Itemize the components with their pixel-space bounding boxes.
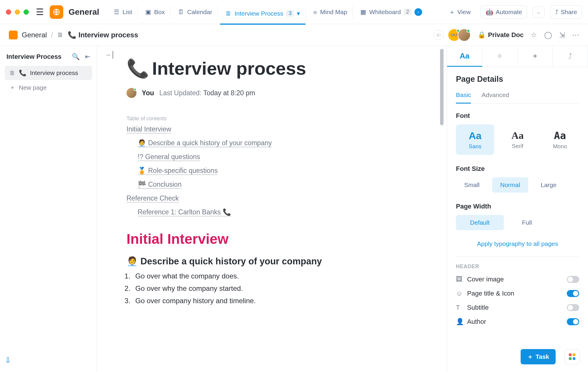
- tab-label: Calendar: [187, 9, 212, 16]
- window-zoom[interactable]: [24, 9, 29, 15]
- label: Private Doc: [488, 31, 524, 39]
- download-icon[interactable]: ⇲: [559, 31, 565, 39]
- width-full[interactable]: Full: [508, 215, 546, 230]
- heading-history[interactable]: 🧑‍💼 Describe a quick history of your com…: [126, 256, 426, 267]
- tab-box[interactable]: ▣ Box: [140, 6, 170, 19]
- doc-sidebar: Interview Process 🔍 ⇤ 🗎 📞 Interview proc…: [0, 46, 97, 372]
- whiteboard-icon: ▦: [360, 9, 366, 16]
- label: Author: [467, 318, 486, 326]
- tab-whiteboard[interactable]: ▦ Whiteboard 2 ›: [355, 5, 427, 19]
- breadcrumb-root-icon[interactable]: [9, 31, 18, 39]
- sidebar-item-interview-process[interactable]: 🗎 📞 Interview process: [5, 66, 92, 80]
- label: Share: [561, 9, 577, 16]
- new-page-button[interactable]: ＋ New page: [5, 80, 92, 95]
- share-button[interactable]: ⤴ Share: [550, 5, 582, 19]
- toc-link[interactable]: !? General questions: [138, 153, 426, 161]
- automate-chevron[interactable]: ⌄: [532, 6, 545, 18]
- breadcrumb-doc[interactable]: 📞 Interview process: [68, 31, 138, 39]
- size-normal[interactable]: Normal: [492, 177, 529, 193]
- chevron-down-icon[interactable]: ▾: [297, 10, 300, 17]
- font-sans[interactable]: AaSans: [456, 124, 494, 155]
- toc-link[interactable]: Reference 1: Carlton Banks 📞: [138, 208, 426, 216]
- title-text: Interview process: [152, 58, 306, 79]
- tab-mind-map[interactable]: ⍟ Mind Map: [308, 6, 353, 19]
- toggle[interactable]: [567, 304, 579, 311]
- automate-button[interactable]: 🤖 Automate: [481, 5, 527, 19]
- user-icon: 👤: [456, 318, 463, 326]
- toggle[interactable]: [567, 318, 579, 325]
- doc-icon: 🗎: [57, 31, 64, 39]
- tab-calendar[interactable]: 🗓 Calendar: [173, 6, 218, 19]
- tab-label: Box: [154, 9, 165, 16]
- details-tab-basic[interactable]: Basic: [456, 91, 471, 104]
- panel-tab-typography[interactable]: Aa: [447, 46, 482, 67]
- panel-tab-relations[interactable]: ✧: [482, 46, 518, 67]
- toc-link[interactable]: Reference Check: [126, 194, 426, 202]
- smile-icon: ☺: [456, 290, 463, 297]
- label: Automate: [496, 9, 522, 16]
- avatar-user-2[interactable]: [458, 29, 471, 41]
- subtitle-icon: T: [456, 304, 463, 311]
- toc-link[interactable]: 🏁 Conclusion: [138, 181, 426, 188]
- window-minimize[interactable]: [15, 9, 20, 15]
- list-item[interactable]: Go over why the company started.: [132, 284, 426, 293]
- add-view-button[interactable]: ＋ View: [444, 5, 475, 19]
- expand-icon[interactable]: →⎮: [105, 51, 440, 59]
- size-small[interactable]: Small: [456, 177, 488, 193]
- tab-badge: 2: [404, 9, 412, 15]
- panel-tab-stats[interactable]: ✦: [518, 46, 553, 67]
- font-label: Font: [456, 112, 579, 120]
- tab-label: Whiteboard: [369, 9, 401, 16]
- apps-grid-button[interactable]: [564, 349, 580, 364]
- calendar-icon: 🗓: [178, 9, 184, 16]
- more-icon[interactable]: ⋯: [572, 31, 579, 39]
- next-arrow-icon[interactable]: ›: [414, 8, 422, 16]
- toc-link[interactable]: 🧑‍💼 Describe a quick history of your com…: [138, 139, 426, 147]
- privacy-indicator[interactable]: 🔒 Private Doc: [478, 31, 524, 39]
- comment-icon[interactable]: ◯: [544, 31, 552, 39]
- details-tab-advanced[interactable]: Advanced: [482, 91, 509, 104]
- font-mono[interactable]: AaMono: [541, 124, 579, 155]
- doc-title[interactable]: 📞 Interview process: [126, 58, 426, 79]
- label: Cover image: [467, 276, 504, 283]
- list-item[interactable]: Go over what the company does.: [132, 272, 426, 280]
- ordered-list[interactable]: Go over what the company does. Go over w…: [132, 272, 426, 305]
- search-icon[interactable]: 🔍: [72, 53, 80, 61]
- heading-initial-interview[interactable]: Initial Interview: [126, 231, 426, 247]
- scrollbar[interactable]: [440, 49, 444, 125]
- author-avatar[interactable]: [126, 88, 136, 98]
- tab-list[interactable]: ☰ List: [109, 6, 138, 19]
- apply-typography-link[interactable]: Apply typography to all pages: [456, 240, 579, 247]
- toc-link[interactable]: 🏅 Role-specific questions: [138, 167, 426, 175]
- panel-tab-export[interactable]: ⤴: [553, 46, 588, 67]
- import-icon[interactable]: ⇩: [5, 356, 92, 365]
- workspace-icon[interactable]: [50, 5, 63, 19]
- toc-link[interactable]: Initial Interview: [126, 125, 426, 133]
- label: Page title & Icon: [467, 290, 514, 297]
- toggle-page-title: ☺ Page title & Icon: [456, 290, 579, 297]
- share-icon: ⤴: [555, 9, 558, 16]
- robot-icon: 🤖: [486, 9, 493, 16]
- menu-icon[interactable]: ☰: [36, 8, 44, 16]
- label: New page: [19, 84, 47, 91]
- toggle[interactable]: [567, 276, 579, 283]
- list-item[interactable]: Go over company history and timeline.: [132, 297, 426, 305]
- table-of-contents: Table of contents Initial Interview 🧑‍💼 …: [126, 116, 426, 216]
- sidebar-title: Interview Process: [6, 53, 66, 61]
- tab-label: Interview Process: [234, 10, 283, 17]
- workspace-name[interactable]: General: [69, 7, 99, 17]
- new-task-button[interactable]: ＋ Task: [521, 349, 556, 364]
- toggle-cover-image: 🖼 Cover image: [456, 276, 579, 283]
- font-serif[interactable]: AaSerif: [498, 124, 537, 155]
- tag-icon[interactable]: 🏷: [434, 30, 444, 40]
- star-icon[interactable]: ☆: [531, 31, 537, 39]
- box-icon: ▣: [145, 9, 151, 16]
- collapse-icon[interactable]: ⇤: [85, 53, 90, 61]
- width-default[interactable]: Default: [456, 215, 504, 230]
- size-large[interactable]: Large: [532, 177, 565, 193]
- toggle[interactable]: [567, 290, 579, 297]
- breadcrumb-root[interactable]: General: [22, 31, 47, 39]
- list-icon: ☰: [114, 9, 119, 16]
- tab-interview-process[interactable]: 🗎 Interview Process 3 ▾: [220, 7, 306, 25]
- window-close[interactable]: [6, 9, 11, 15]
